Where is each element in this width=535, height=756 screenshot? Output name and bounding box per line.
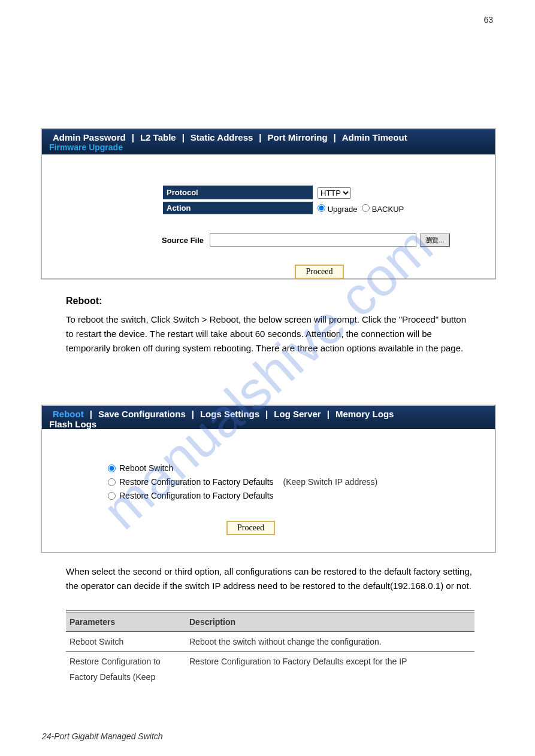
table-row: Reboot Switch Reboot the switch without … (66, 632, 474, 652)
reboot-switch-label: Reboot Switch (119, 463, 173, 473)
table-row: Restore Configuration to Restore Configu… (66, 652, 474, 672)
nav-static-address[interactable]: Static Address (185, 132, 259, 142)
nav-save-config[interactable]: Save Configurations (92, 409, 192, 419)
protocol-action-table: Protocol HTTP Action Upgrade BACKUP (162, 184, 409, 217)
protocol-select[interactable]: HTTP (318, 187, 351, 199)
action-upgrade-radio[interactable] (318, 204, 325, 212)
nav-port-mirroring[interactable]: Port Mirroring (262, 132, 334, 142)
firmware-upgrade-panel: Admin Password | L2 Table | Static Addre… (41, 128, 496, 280)
reboot-form: Reboot Switch Restore Configuration to F… (42, 429, 495, 535)
action-upgrade-text: Upgrade (328, 205, 358, 214)
nav-bar-2: Reboot | Save Configurations | Logs Sett… (42, 406, 495, 429)
cell-param-2a: Restore Configuration to (66, 652, 186, 672)
nav-log-server[interactable]: Log Server (268, 409, 327, 419)
restore-full-radio[interactable] (108, 492, 116, 500)
nav-admin-password[interactable]: Admin Password (47, 132, 132, 142)
cell-desc-2b (186, 671, 474, 687)
page-number: 63 (483, 15, 493, 25)
proceed-button[interactable]: Proceed (295, 265, 343, 279)
nav-reboot[interactable]: Reboot (47, 409, 90, 419)
nav-admin-timeout[interactable]: Admin Timeout (336, 132, 413, 142)
cell-desc-2: Restore Configuration to Factory Default… (186, 652, 474, 672)
action-label: Action (163, 202, 313, 215)
action-backup-text: BACKUP (372, 205, 404, 214)
nav-memory-logs[interactable]: Memory Logs (330, 409, 400, 419)
restore-note: When select the second or third option, … (66, 564, 473, 593)
browse-button[interactable]: 瀏覽... (420, 233, 450, 247)
action-backup-label[interactable]: BACKUP (362, 205, 404, 214)
cell-param-1: Reboot Switch (66, 632, 186, 652)
nav-flash-logs[interactable]: Flash Logs (47, 419, 102, 429)
table-row: Factory Defaults (Keep (66, 671, 474, 687)
nav-bar-1: Admin Password | L2 Table | Static Addre… (42, 129, 495, 154)
proceed-button-2[interactable]: Proceed (226, 521, 275, 535)
firmware-form: Protocol HTTP Action Upgrade BACKUP Sour… (42, 154, 495, 279)
reboot-description: Reboot: To reboot the switch, Click Swit… (66, 293, 473, 356)
reboot-panel: Reboot | Save Configurations | Logs Sett… (41, 405, 496, 553)
th-parameters: Parameters (66, 612, 186, 632)
cell-desc-1: Reboot the switch without change the con… (186, 632, 474, 652)
th-description: Description (186, 612, 474, 632)
restore-full-label: Restore Configuration to Factory Default… (119, 491, 274, 500)
restore-keep-ip-extra: (Keep Switch IP address) (283, 477, 378, 487)
footer-text: 24-Port Gigabit Managed Switch (42, 731, 163, 741)
source-file-row: Source File 瀏覽... (162, 233, 477, 247)
restore-keep-ip-label: Restore Configuration to Factory Default… (119, 477, 274, 487)
cell-param-2b: Factory Defaults (Keep (66, 671, 186, 687)
reboot-heading: Reboot: (66, 293, 473, 309)
parameters-table: Parameters Description Reboot Switch Reb… (66, 611, 474, 687)
reboot-switch-radio[interactable] (108, 464, 116, 472)
protocol-label: Protocol (163, 186, 313, 201)
restore-keep-ip-radio[interactable] (108, 478, 116, 486)
action-upgrade-label[interactable]: Upgrade (318, 205, 358, 214)
action-backup-radio[interactable] (362, 204, 370, 212)
nav-l2-table[interactable]: L2 Table (134, 132, 182, 142)
reboot-body: To reboot the switch, Click Switch > Reb… (66, 312, 473, 356)
nav-logs-settings[interactable]: Logs Settings (194, 409, 265, 419)
nav-firmware-upgrade[interactable]: Firmware Upgrade (47, 142, 128, 154)
source-file-input[interactable] (210, 233, 416, 247)
source-file-label: Source File (162, 236, 210, 245)
